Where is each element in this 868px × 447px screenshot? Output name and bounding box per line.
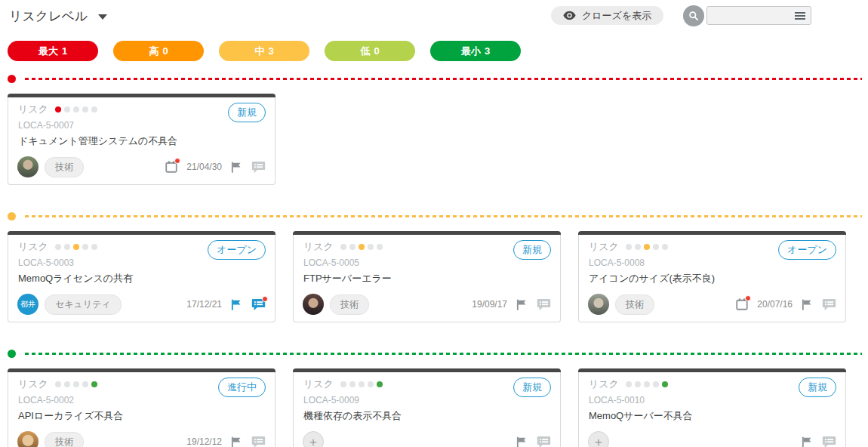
filter-pill-mid[interactable]: 中 3 (219, 41, 309, 61)
comment-icon[interactable] (537, 298, 551, 311)
category-tag: 技術 (45, 432, 84, 447)
card-title: 機種依存の表示不具合 (303, 409, 551, 423)
filter-pill-max[interactable]: 最大 1 (8, 41, 98, 61)
risk-level-dots (340, 381, 383, 387)
show-closed-label: クローズを表示 (582, 9, 651, 23)
filter-pill-low[interactable]: 低 0 (325, 41, 415, 61)
risk-level-filters: 最大 1 高 0 中 3 低 0 最小 3 (0, 41, 868, 61)
avatar[interactable] (17, 156, 38, 177)
comment-icon[interactable] (822, 436, 836, 447)
lane-min: リスク LOCA-5-0002 APIローカライズ不具合 進行中 技術 19/1… (0, 350, 868, 447)
lane-divider (0, 75, 868, 83)
comment-icon[interactable] (251, 436, 266, 447)
chevron-down-icon (98, 14, 107, 20)
comment-icon[interactable] (251, 161, 266, 174)
search-input[interactable] (707, 7, 795, 24)
card-title: APIローカライズ不具合 (18, 409, 266, 423)
lane-max: リスク LOCA-5-0007 ドキュメント管理システムの不具合 新規 技術 (0, 75, 868, 185)
filter-count: 3 (268, 45, 273, 57)
comment-icon[interactable] (537, 436, 551, 447)
lane-mid: リスク LOCA-5-0003 MemoQライセンスの共有 オープン 都井 セキ… (0, 212, 868, 322)
risk-card[interactable]: リスク LOCA-5-0002 APIローカライズ不具合 進行中 技術 19/1… (8, 369, 275, 447)
avatar[interactable]: 都井 (17, 294, 38, 315)
filter-count: 1 (62, 45, 67, 57)
risk-level-dots (55, 106, 97, 113)
lane-level-dot (8, 350, 16, 358)
filter-count: 0 (162, 45, 168, 57)
flag-icon[interactable] (230, 436, 243, 447)
status-badge[interactable]: 新規 (799, 378, 836, 397)
category-tag: 技術 (615, 294, 654, 315)
status-badge[interactable]: 新規 (228, 103, 266, 122)
category-tag: 技術 (330, 294, 369, 315)
due-date: 20/07/16 (757, 299, 793, 310)
board-header: リスクレベル クローズを表示 (0, 0, 868, 35)
card-type-label: リスク (18, 103, 48, 116)
lane-dashed-line (25, 215, 862, 217)
risk-level-dots (626, 381, 668, 387)
eye-icon (563, 11, 576, 20)
due-date: 19/12/12 (186, 436, 222, 447)
due-date: 21/04/30 (186, 162, 222, 172)
lane-divider (0, 212, 868, 220)
filter-label: 低 (360, 45, 370, 58)
status-badge[interactable]: 進行中 (218, 378, 266, 397)
card-title: アイコンのサイズ(表示不良) (589, 272, 836, 285)
avatar[interactable] (588, 294, 609, 315)
filter-label: 最大 (38, 45, 58, 58)
risk-level-dots (340, 244, 383, 250)
lane-level-dot (8, 212, 16, 220)
risk-card[interactable]: リスク LOCA-5-0010 MemoQサーバー不具合 新規 + (578, 369, 846, 447)
status-badge[interactable]: 新規 (513, 240, 551, 260)
avatar[interactable] (303, 294, 324, 315)
search-button[interactable] (683, 5, 704, 26)
filter-pill-min[interactable]: 最小 3 (430, 41, 521, 61)
card-type-label: リスク (18, 240, 48, 254)
lane-level-dot (8, 75, 16, 83)
avatar[interactable] (17, 431, 38, 447)
search-icon (688, 10, 700, 22)
due-alert-dot (745, 295, 751, 301)
lane-dashed-line (25, 78, 862, 80)
search-box (706, 6, 811, 25)
category-tag: セキュリティ (45, 294, 122, 315)
board-title-dropdown[interactable]: リスクレベル (9, 8, 107, 25)
status-badge[interactable]: オープン (208, 240, 266, 260)
risk-card[interactable]: リスク LOCA-5-0005 FTPサーバーエラー 新規 技術 19/09/1… (293, 232, 561, 322)
show-closed-toggle[interactable]: クローズを表示 (551, 6, 663, 25)
card-type-label: リスク (589, 378, 619, 391)
add-assignee-button[interactable]: + (588, 431, 609, 447)
due-alert-dot (174, 158, 180, 164)
filter-label: 高 (149, 45, 159, 58)
flag-icon[interactable] (801, 436, 814, 447)
flag-icon[interactable] (516, 298, 528, 311)
flag-icon[interactable] (801, 298, 814, 311)
risk-card[interactable]: リスク LOCA-5-0008 アイコンのサイズ(表示不良) オープン 技術 (578, 232, 846, 322)
flag-icon[interactable] (516, 436, 528, 447)
card-title: FTPサーバーエラー (303, 272, 551, 285)
risk-card[interactable]: リスク LOCA-5-0007 ドキュメント管理システムの不具合 新規 技術 (8, 94, 275, 185)
flag-icon[interactable] (230, 298, 243, 311)
card-key: LOCA-5-0007 (18, 120, 266, 131)
card-title: ドキュメント管理システムの不具合 (18, 134, 266, 148)
card-title: MemoQライセンスの共有 (18, 272, 266, 285)
filter-count: 3 (485, 45, 490, 57)
page-title: リスクレベル (9, 8, 88, 25)
card-type-label: リスク (303, 378, 334, 391)
filter-pill-high[interactable]: 高 0 (113, 41, 204, 61)
card-type-label: リスク (18, 378, 48, 391)
card-key: LOCA-5-0009 (303, 395, 551, 405)
calendar-icon (165, 160, 178, 174)
risk-level-dots (55, 381, 97, 387)
comment-icon[interactable] (251, 298, 266, 311)
risk-card[interactable]: リスク LOCA-5-0003 MemoQライセンスの共有 オープン 都井 セキ… (8, 232, 275, 322)
flag-icon[interactable] (230, 161, 243, 174)
status-badge[interactable]: オープン (778, 240, 836, 260)
menu-icon[interactable] (795, 12, 805, 20)
comment-icon[interactable] (822, 298, 836, 311)
status-badge[interactable]: 新規 (513, 378, 551, 397)
calendar-icon (735, 297, 749, 311)
add-assignee-button[interactable]: + (303, 431, 324, 447)
risk-card[interactable]: リスク LOCA-5-0009 機種依存の表示不具合 新規 + (293, 369, 561, 447)
comment-alert-dot (262, 296, 268, 302)
